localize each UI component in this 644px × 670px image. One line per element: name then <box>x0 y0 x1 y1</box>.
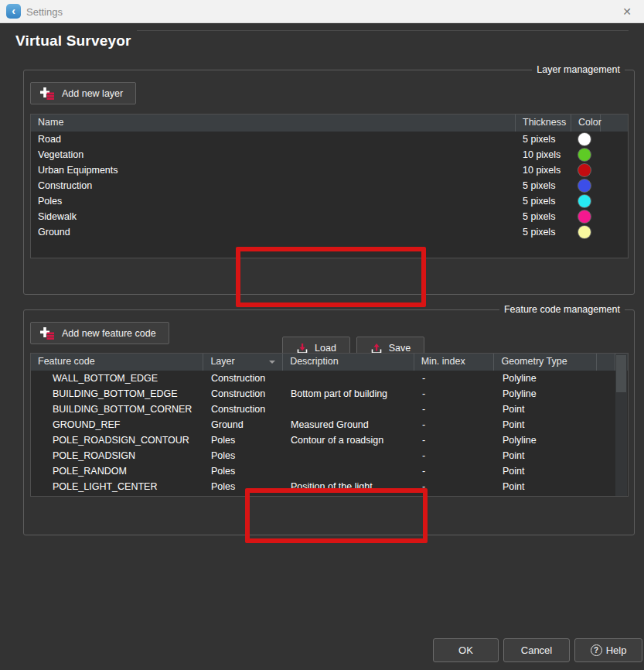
color-swatch[interactable] <box>578 195 591 207</box>
filler-cell <box>601 132 628 147</box>
color-swatch[interactable] <box>578 149 591 161</box>
geometry-type-cell: Polyline <box>496 371 598 386</box>
layer-name-cell: Vegetation <box>31 147 516 162</box>
layer-table-row[interactable]: Sidewalk5 pixels <box>31 209 628 224</box>
color-swatch[interactable] <box>578 210 591 223</box>
layer-table-row[interactable]: Road5 pixels <box>31 132 628 147</box>
thickness-cell: 5 pixels <box>516 193 571 209</box>
color-cell <box>571 132 601 147</box>
layer-cell: Poles <box>204 448 284 463</box>
sort-chevron-icon <box>269 361 275 364</box>
color-swatch[interactable] <box>578 133 591 145</box>
feature-table-row[interactable]: POLE_ROADSIGNPoles-Point <box>31 448 628 463</box>
column-header-min-index[interactable]: Min. index <box>414 354 495 371</box>
layer-table-row[interactable]: Ground5 pixels <box>31 224 628 240</box>
description-cell <box>284 448 415 463</box>
layer-management-label: Layer management <box>532 63 625 77</box>
layer-table-row[interactable]: Vegetation10 pixels <box>31 147 628 162</box>
min-index-cell: - <box>415 386 496 402</box>
layer-name-cell: Urban Equipments <box>31 162 516 178</box>
description-cell: Contour of a roadsign <box>284 432 415 448</box>
close-icon[interactable]: ✕ <box>619 5 635 19</box>
feature-code-cell: POLE_LIGHT_CENTER <box>31 479 204 494</box>
feature-code-cell: POLE_ROADSIGN_CONTOUR <box>31 432 204 448</box>
feature-table-row[interactable]: BUILDING_BOTTOM_CORNERConstruction-Point <box>31 402 628 417</box>
column-header-feature-code[interactable]: Feature code <box>31 354 203 371</box>
filler-cell <box>598 448 617 463</box>
cancel-button[interactable]: Cancel <box>503 638 570 662</box>
description-cell <box>284 463 415 479</box>
geometry-type-cell: Polyline <box>496 386 598 402</box>
layer-table-row[interactable]: Urban Equipments10 pixels <box>31 162 628 178</box>
layer-name-cell: Poles <box>31 193 516 209</box>
feature-code-cell: WALL_BOTTOM_EDGE <box>31 371 204 386</box>
ok-button[interactable]: OK <box>433 638 499 662</box>
ok-label: OK <box>458 644 473 656</box>
column-header-layer-label: Layer <box>210 356 234 367</box>
layer-table-row[interactable]: Poles5 pixels <box>31 193 628 209</box>
cancel-label: Cancel <box>521 644 552 656</box>
column-header-thickness[interactable]: Thickness <box>516 115 571 132</box>
description-cell: Bottom part of building <box>284 386 415 402</box>
add-list-icon <box>40 326 56 340</box>
feature-table-row[interactable]: GROUND_REFGroundMeasured Ground-Point <box>31 417 628 432</box>
filler-cell <box>598 417 617 432</box>
add-new-feature-code-button[interactable]: Add new feature code <box>30 322 169 344</box>
column-header-description[interactable]: Description <box>283 354 414 371</box>
app-logo-icon: ‹ <box>6 4 21 19</box>
back-chevron-glyph: ‹ <box>12 5 15 16</box>
color-cell <box>571 193 601 209</box>
vertical-scrollbar[interactable] <box>615 354 627 497</box>
geometry-type-cell: Point <box>496 417 598 432</box>
filler-cell <box>601 162 628 178</box>
description-cell: Position of the light <box>284 479 415 494</box>
help-label: Help <box>606 644 627 656</box>
thickness-cell: 5 pixels <box>516 178 571 193</box>
geometry-type-cell: Point <box>496 402 598 417</box>
feature-code-cell: BUILDING_BOTTOM_EDGE <box>31 386 204 402</box>
feature-code-management-group: Feature code management Add new feature … <box>23 309 635 535</box>
filler-cell <box>601 178 628 193</box>
min-index-cell: - <box>415 402 496 417</box>
feature-table-row[interactable]: POLE_LIGHT_CENTERPolesPosition of the li… <box>31 479 628 494</box>
layer-cell: Construction <box>204 371 284 386</box>
column-header-layer[interactable]: Layer <box>203 354 283 371</box>
add-new-layer-button[interactable]: Add new layer <box>30 82 136 104</box>
min-index-cell: - <box>415 432 496 448</box>
filler-cell <box>598 402 617 417</box>
add-new-feature-code-label: Add new feature code <box>62 328 156 339</box>
column-header-filler <box>601 115 628 132</box>
thickness-cell: 5 pixels <box>516 224 571 240</box>
filler-cell <box>598 432 617 448</box>
geometry-type-cell: Point <box>496 479 598 494</box>
layer-name-cell: Road <box>31 132 516 147</box>
filler-cell <box>598 386 617 402</box>
layer-cell: Ground <box>204 417 284 432</box>
color-swatch[interactable] <box>578 226 591 238</box>
min-index-cell: - <box>415 448 496 463</box>
scrollbar-thumb[interactable] <box>616 355 626 392</box>
layer-table: Name Thickness Color Road5 pixelsVegetat… <box>30 114 629 258</box>
min-index-cell: - <box>415 463 496 479</box>
feature-table-row[interactable]: BUILDING_BOTTOM_EDGEConstructionBottom p… <box>31 386 628 402</box>
color-cell <box>571 178 601 193</box>
column-header-name[interactable]: Name <box>31 115 516 132</box>
layer-cell: Poles <box>204 432 284 448</box>
color-swatch[interactable] <box>578 179 591 192</box>
help-button[interactable]: ? Help <box>574 638 642 662</box>
description-cell <box>284 371 415 386</box>
column-header-geometry-type[interactable]: Geometry Type <box>494 354 597 371</box>
column-header-color[interactable]: Color <box>571 115 601 132</box>
feature-table-body: WALL_BOTTOM_EDGEConstruction-PolylineBUI… <box>31 371 628 494</box>
column-header-filler <box>597 354 615 371</box>
layer-table-row[interactable]: Construction5 pixels <box>31 178 628 193</box>
min-index-cell: - <box>415 371 496 386</box>
color-swatch[interactable] <box>578 164 591 176</box>
titlebar: ‹ Settings ✕ <box>0 0 644 23</box>
window-title: Settings <box>26 6 63 18</box>
filler-cell <box>601 147 628 162</box>
feature-table-header: Feature code Layer Description Min. inde… <box>31 354 628 371</box>
feature-table-row[interactable]: POLE_ROADSIGN_CONTOURPolesContour of a r… <box>31 432 628 448</box>
feature-table-row[interactable]: WALL_BOTTOM_EDGEConstruction-Polyline <box>31 371 628 386</box>
feature-table-row[interactable]: POLE_RANDOMPoles-Point <box>31 463 628 479</box>
